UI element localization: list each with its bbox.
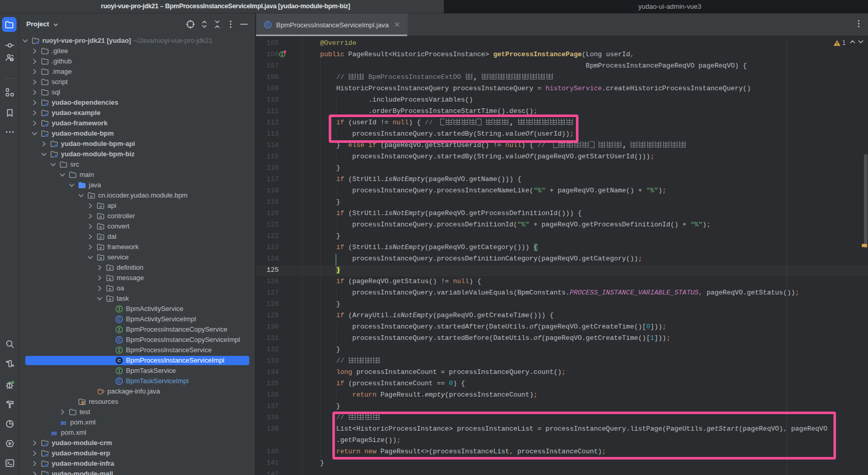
svg-text:C: C	[118, 337, 121, 342]
svg-text:?: ?	[11, 58, 13, 61]
svg-text:C: C	[118, 358, 121, 363]
svg-text:C: C	[266, 22, 270, 27]
svg-text:C: C	[118, 317, 121, 322]
svg-text:m: m	[61, 418, 67, 426]
svg-text:m: m	[52, 429, 57, 436]
svg-text:C: C	[118, 379, 121, 384]
